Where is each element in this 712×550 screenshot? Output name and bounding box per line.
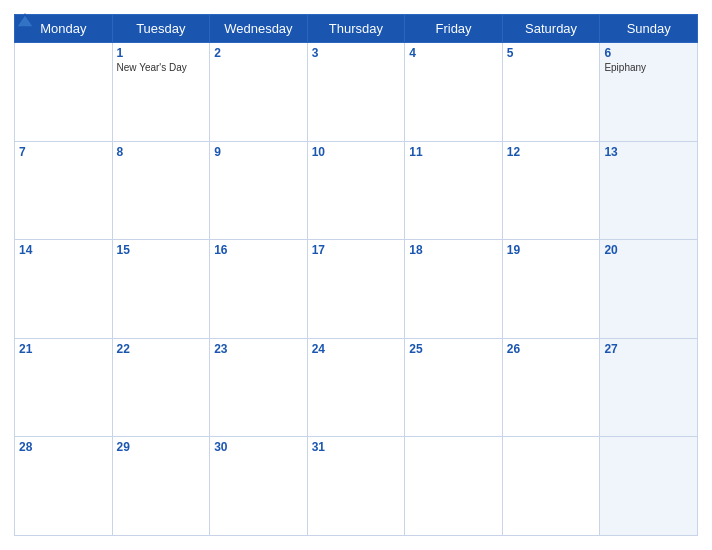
day-number: 27 <box>604 342 693 356</box>
day-number: 26 <box>507 342 596 356</box>
calendar-cell-30: 30 <box>210 437 308 536</box>
calendar-cell-21: 21 <box>15 338 113 437</box>
day-number: 1 <box>117 46 206 60</box>
calendar-cell-10: 10 <box>307 141 405 240</box>
calendar-cell-31: 31 <box>307 437 405 536</box>
week-row-5: 28293031 <box>15 437 698 536</box>
calendar-cell-11: 11 <box>405 141 503 240</box>
day-number: 21 <box>19 342 108 356</box>
calendar-cell-9: 9 <box>210 141 308 240</box>
day-number: 18 <box>409 243 498 257</box>
header-thursday: Thursday <box>307 15 405 43</box>
day-number: 5 <box>507 46 596 60</box>
day-number: 11 <box>409 145 498 159</box>
header-tuesday: Tuesday <box>112 15 210 43</box>
calendar-cell-18: 18 <box>405 240 503 339</box>
day-number: 12 <box>507 145 596 159</box>
calendar-cell-28: 28 <box>15 437 113 536</box>
calendar-table: Monday Tuesday Wednesday Thursday Friday… <box>14 14 698 536</box>
day-number: 19 <box>507 243 596 257</box>
calendar-cell-5: 5 <box>502 43 600 142</box>
day-number: 4 <box>409 46 498 60</box>
weekday-header-row: Monday Tuesday Wednesday Thursday Friday… <box>15 15 698 43</box>
day-number: 14 <box>19 243 108 257</box>
calendar-cell-7: 7 <box>15 141 113 240</box>
calendar-cell-20: 20 <box>600 240 698 339</box>
calendar-cell-empty <box>15 43 113 142</box>
calendar-cell-25: 25 <box>405 338 503 437</box>
day-number: 7 <box>19 145 108 159</box>
calendar-cell-2: 2 <box>210 43 308 142</box>
day-number: 20 <box>604 243 693 257</box>
logo <box>14 10 38 32</box>
calendar-cell-17: 17 <box>307 240 405 339</box>
header-wednesday: Wednesday <box>210 15 308 43</box>
svg-marker-1 <box>18 16 33 26</box>
calendar-cell-4: 4 <box>405 43 503 142</box>
day-number: 23 <box>214 342 303 356</box>
day-number: 10 <box>312 145 401 159</box>
day-number: 6 <box>604 46 693 60</box>
week-row-4: 21222324252627 <box>15 338 698 437</box>
header-saturday: Saturday <box>502 15 600 43</box>
week-row-3: 14151617181920 <box>15 240 698 339</box>
calendar-cell-12: 12 <box>502 141 600 240</box>
calendar-cell-23: 23 <box>210 338 308 437</box>
day-number: 9 <box>214 145 303 159</box>
day-number: 15 <box>117 243 206 257</box>
calendar-cell-19: 19 <box>502 240 600 339</box>
week-row-1: 1New Year's Day23456Epiphany <box>15 43 698 142</box>
calendar-cell-empty <box>405 437 503 536</box>
day-number: 16 <box>214 243 303 257</box>
calendar-cell-22: 22 <box>112 338 210 437</box>
day-number: 8 <box>117 145 206 159</box>
calendar-cell-29: 29 <box>112 437 210 536</box>
calendar-cell-empty <box>502 437 600 536</box>
day-number: 17 <box>312 243 401 257</box>
holiday-name: Epiphany <box>604 62 693 73</box>
calendar-cell-8: 8 <box>112 141 210 240</box>
day-number: 30 <box>214 440 303 454</box>
day-number: 28 <box>19 440 108 454</box>
logo-icon <box>14 10 36 32</box>
day-number: 2 <box>214 46 303 60</box>
day-number: 13 <box>604 145 693 159</box>
day-number: 24 <box>312 342 401 356</box>
calendar-cell-14: 14 <box>15 240 113 339</box>
calendar-cell-6: 6Epiphany <box>600 43 698 142</box>
week-row-2: 78910111213 <box>15 141 698 240</box>
calendar-container: Monday Tuesday Wednesday Thursday Friday… <box>0 0 712 550</box>
day-number: 3 <box>312 46 401 60</box>
day-number: 29 <box>117 440 206 454</box>
day-number: 22 <box>117 342 206 356</box>
calendar-cell-13: 13 <box>600 141 698 240</box>
header-sunday: Sunday <box>600 15 698 43</box>
calendar-cell-24: 24 <box>307 338 405 437</box>
calendar-cell-27: 27 <box>600 338 698 437</box>
calendar-cell-15: 15 <box>112 240 210 339</box>
calendar-cell-16: 16 <box>210 240 308 339</box>
day-number: 25 <box>409 342 498 356</box>
day-number: 31 <box>312 440 401 454</box>
calendar-cell-26: 26 <box>502 338 600 437</box>
holiday-name: New Year's Day <box>117 62 206 73</box>
calendar-cell-1: 1New Year's Day <box>112 43 210 142</box>
header-friday: Friday <box>405 15 503 43</box>
calendar-cell-empty <box>600 437 698 536</box>
calendar-cell-3: 3 <box>307 43 405 142</box>
